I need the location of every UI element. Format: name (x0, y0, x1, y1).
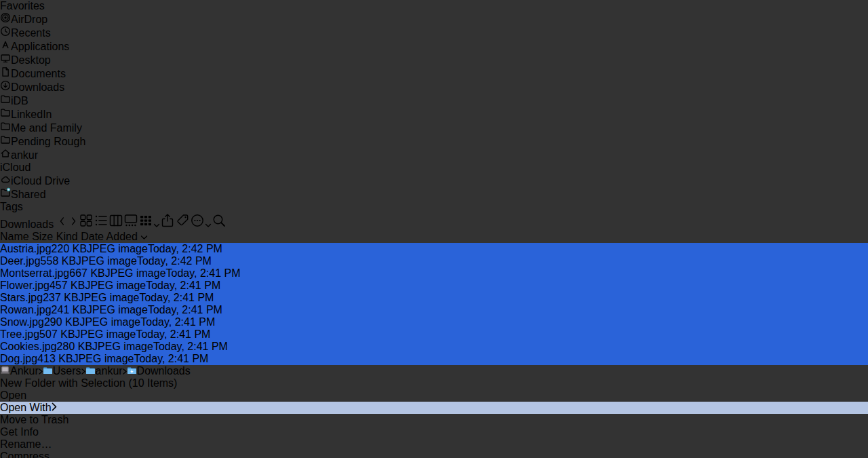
forward-button[interactable] (68, 218, 79, 230)
path-segment-ankur[interactable]: Ankur (0, 365, 39, 377)
column-header-kind[interactable]: Kind (56, 231, 78, 242)
menu-item-open-with[interactable]: Open With (0, 402, 868, 414)
window-title: Downloads (0, 218, 54, 230)
context-menu: New Folder with Selection (10 Items)Open… (0, 377, 868, 458)
path-segment-users[interactable]: Users (43, 365, 81, 377)
menu-item-label: Open (0, 389, 26, 401)
column-header-size[interactable]: Size (32, 231, 53, 242)
file-name: Deer.jpg (0, 255, 41, 267)
sidebar-item-label: Shared (11, 189, 46, 200)
sidebar-item-label: Applications (11, 41, 69, 52)
folder-blue-icon (85, 365, 96, 377)
file-name: Cookies.jpg (0, 341, 57, 352)
group-by-icon (138, 218, 153, 230)
sidebar-item-documents[interactable]: Documents (0, 66, 868, 80)
sidebar-item-label: LinkedIn (11, 109, 52, 120)
menu-item-label: Get Info (0, 426, 39, 438)
menu-item-label: Compress (0, 451, 50, 458)
column-header-date-added[interactable]: Date Added (81, 231, 138, 242)
group-by-button[interactable] (138, 218, 160, 230)
file-row-cookies-jpg[interactable]: Cookies.jpg280 KBJPEG imageToday, 2:41 P… (0, 341, 868, 353)
menu-item-move-to-trash[interactable]: Move to Trash (0, 414, 868, 426)
file-size: 558 KB (41, 255, 76, 267)
menu-item-get-info[interactable]: Get Info (0, 426, 868, 438)
menu-item-open[interactable]: Open (0, 389, 868, 402)
file-row-flower-jpg[interactable]: Flower.jpg457 KBJPEG imageToday, 2:41 PM (0, 280, 868, 292)
menu-item-label: Rename… (0, 438, 52, 450)
sidebar-item-linkedin[interactable]: LinkedIn (0, 107, 868, 121)
sidebar-item-idb[interactable]: iDB (0, 94, 868, 107)
file-row-tree-jpg[interactable]: Tree.jpg507 KBJPEG imageToday, 2:41 PM (0, 328, 868, 341)
icon-view-button[interactable] (79, 218, 94, 230)
menu-item-compress[interactable]: Compress (0, 451, 868, 458)
sidebar-item-label: Recents (11, 27, 51, 39)
file-row-snow-jpg[interactable]: Snow.jpg290 KBJPEG imageToday, 2:41 PM (0, 316, 868, 328)
sidebar-item-icloud-drive[interactable]: iCloud Drive (0, 174, 868, 187)
sort-descending-icon[interactable] (140, 231, 148, 242)
sidebar-section-label-tags: Tags (0, 201, 868, 213)
file-date-added: Today, 2:42 PM (148, 243, 222, 254)
file-date-added: Today, 2:41 PM (153, 341, 228, 352)
column-header-name[interactable]: Name (0, 231, 29, 242)
tags-button[interactable] (175, 218, 190, 230)
file-date-added: Today, 2:41 PM (139, 292, 214, 303)
main-pane: Downloads Name Size Kind Date Added Aust… (0, 213, 868, 377)
file-name: Montserrat.jpg (0, 267, 69, 279)
applications-icon (0, 41, 11, 52)
sidebar-item-recents[interactable]: Recents (0, 26, 868, 39)
share-button[interactable] (160, 218, 175, 230)
folder-download-icon (127, 365, 137, 377)
sidebar-item-shared[interactable]: Shared (0, 187, 868, 201)
file-kind: JPEG image (87, 304, 148, 316)
path-segment-label: Ankur (10, 365, 39, 377)
file-row-rowan-jpg[interactable]: Rowan.jpg241 KBJPEG imageToday, 2:41 PM (0, 304, 868, 316)
sidebar-item-label: iCloud Drive (11, 175, 70, 187)
tag-icon (175, 218, 190, 230)
file-row-austria-jpg[interactable]: Austria.jpg220 KBJPEG imageToday, 2:42 P… (0, 243, 868, 255)
menu-item-rename[interactable]: Rename… (0, 438, 868, 451)
folder-icon (0, 122, 11, 134)
selected-files-group: Austria.jpg220 KBJPEG imageToday, 2:42 P… (0, 243, 868, 365)
file-size: 280 KB (57, 341, 92, 352)
sidebar-item-pending-rough[interactable]: Pending Rough (0, 134, 868, 148)
path-segment-label: Users (53, 365, 81, 377)
sidebar-item-desktop[interactable]: Desktop (0, 53, 868, 66)
file-row-deer-jpg[interactable]: Deer.jpg558 KBJPEG imageToday, 2:42 PM (0, 255, 868, 267)
sidebar-item-label: ankur (11, 149, 38, 161)
column-view-icon (108, 218, 123, 230)
sidebar-item-downloads[interactable]: Downloads (0, 80, 868, 94)
file-name: Stars.jpg (0, 292, 43, 303)
chevron-right-icon (68, 218, 79, 230)
sidebar-item-label: AirDrop (11, 14, 47, 25)
sidebar-item-label: iDB (11, 95, 28, 107)
sidebar-item-airdrop[interactable]: AirDrop (0, 12, 868, 26)
gallery-view-button[interactable] (123, 218, 138, 230)
list-view-button[interactable] (94, 218, 108, 230)
column-view-button[interactable] (108, 218, 123, 230)
file-size: 457 KB (50, 280, 85, 291)
file-kind: JPEG image (85, 280, 146, 291)
back-button[interactable] (57, 218, 68, 230)
recents-icon (0, 27, 11, 39)
path-segment-downloads[interactable]: Downloads (127, 365, 191, 377)
file-kind: JPEG image (73, 353, 134, 364)
sidebar-item-applications[interactable]: Applications (0, 39, 868, 53)
sidebar-item-me-and-family[interactable]: Me and Family (0, 121, 868, 134)
file-name: Flower.jpg (0, 280, 50, 291)
cloud-icon (0, 175, 11, 187)
file-list: Austria.jpg220 KBJPEG imageToday, 2:42 P… (0, 243, 868, 365)
menu-item-new-folder-with-selection-10-items[interactable]: New Folder with Selection (10 Items) (0, 377, 868, 389)
file-kind: JPEG image (105, 267, 166, 279)
computer-icon (0, 365, 10, 377)
more-options-button[interactable] (190, 218, 212, 230)
downloads-icon (0, 81, 11, 93)
file-size: 237 KB (43, 292, 78, 303)
file-row-stars-jpg[interactable]: Stars.jpg237 KBJPEG imageToday, 2:41 PM (0, 292, 868, 304)
file-row-montserrat-jpg[interactable]: Montserrat.jpg667 KBJPEG imageToday, 2:4… (0, 267, 868, 280)
sidebar-item-ankur[interactable]: ankur (0, 148, 868, 161)
finder-window: FavoritesAirDropRecentsApplicationsDeskt… (0, 0, 868, 377)
file-date-added: Today, 2:41 PM (166, 267, 241, 279)
path-segment-ankur[interactable]: ankur (85, 365, 123, 377)
file-row-dog-jpg[interactable]: Dog.jpg413 KBJPEG imageToday, 2:41 PM (0, 353, 868, 365)
search-button[interactable] (212, 218, 226, 230)
